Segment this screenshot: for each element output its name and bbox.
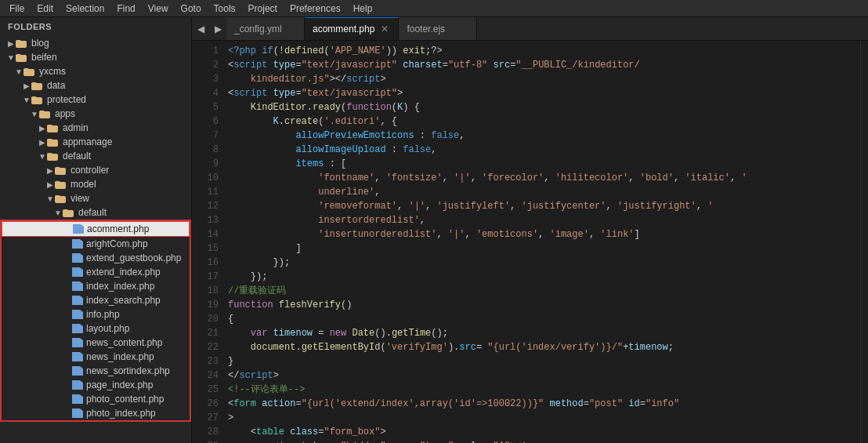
sidebar-item-protected[interactable]: ▼ protected — [0, 93, 191, 107]
sidebar-item-apps[interactable]: ▼ apps — [0, 107, 191, 121]
tab-nav-left[interactable]: ◀ — [192, 17, 209, 40]
menu-edit[interactable]: Edit — [31, 2, 60, 16]
item-label: arightCom.php — [86, 238, 148, 249]
code-editor[interactable]: <?php if(!defined('APP_NAME')) exit;?> <… — [222, 41, 860, 443]
item-label: yxcms — [39, 66, 66, 77]
sidebar-item-acomment[interactable]: ▶ acomment.php — [2, 221, 190, 237]
folder-icon — [55, 194, 67, 203]
item-label: info.php — [86, 309, 120, 320]
folder-icon — [63, 208, 75, 217]
sidebar-item-photo-content[interactable]: ▶ photo_content.php — [2, 392, 190, 406]
menu-goto[interactable]: Goto — [175, 2, 208, 16]
item-label: default — [78, 207, 107, 218]
tab-bar: ◀ ▶ _config.yml acomment.php ✕ footer.ej… — [192, 17, 868, 41]
item-label: beifen — [31, 52, 57, 63]
tab-nav-right[interactable]: ▶ — [209, 17, 226, 40]
menu-bar: File Edit Selection Find View Goto Tools… — [0, 0, 868, 17]
menu-view[interactable]: View — [142, 2, 175, 16]
item-label: blog — [31, 38, 49, 49]
scrollbar[interactable] — [860, 41, 868, 443]
sidebar-item-data[interactable]: ▶ data — [0, 78, 191, 93]
folder-icon — [31, 95, 44, 104]
sidebar-item-news-content[interactable]: ▶ news_content.php — [2, 336, 190, 350]
tab-acomment[interactable]: acomment.php ✕ — [305, 17, 399, 40]
folder-icon — [16, 38, 28, 48]
item-label: view — [71, 193, 89, 204]
folder-icon — [47, 123, 60, 133]
item-label: page_index.php — [86, 379, 153, 390]
sidebar-item-view-default[interactable]: ▼ default — [0, 205, 191, 220]
sidebar-item-news-index[interactable]: ▶ news_index.php — [2, 350, 190, 364]
item-label: data — [47, 80, 65, 91]
sidebar-item-default[interactable]: ▼ default — [0, 149, 191, 163]
sidebar-item-info[interactable]: ▶ info.php — [2, 307, 190, 321]
item-label: layout.php — [86, 323, 129, 334]
arrow-icon: ▼ — [6, 53, 16, 62]
item-label: appmanage — [63, 136, 112, 147]
folder-icon — [47, 137, 60, 147]
code-area: 12345 678910 1112131415 1617181920 21222… — [192, 41, 868, 443]
sidebar: FOLDERS ▶ blog ▼ beifen ▼ yxcms ▶ data ▼ — [0, 17, 192, 443]
sidebar-item-view[interactable]: ▼ view — [0, 191, 191, 205]
arrow-icon: ▼ — [22, 96, 31, 104]
item-label: news_index.php — [86, 351, 154, 362]
item-label: news_content.php — [86, 337, 162, 348]
arrow-icon: ▼ — [30, 110, 39, 118]
sidebar-item-yxcms[interactable]: ▼ yxcms — [0, 64, 191, 78]
sidebar-item-beifen[interactable]: ▼ beifen — [0, 50, 191, 64]
item-label: protected — [47, 94, 86, 105]
arrow-icon: ▶ — [22, 82, 31, 90]
item-label: controller — [71, 165, 109, 176]
sidebar-item-photo-index[interactable]: ▶ photo_index.php — [2, 406, 190, 420]
arrow-icon: ▶ — [45, 180, 55, 189]
sidebar-item-index-index[interactable]: ▶ index_index.php — [2, 279, 190, 293]
editor-area: ◀ ▶ _config.yml acomment.php ✕ footer.ej… — [192, 17, 868, 443]
menu-project[interactable]: Project — [242, 2, 284, 16]
arrow-icon: ▼ — [14, 67, 24, 76]
sidebar-item-extend-index[interactable]: ▶ extend_index.php — [2, 265, 190, 279]
tab-acomment-label: acomment.php — [313, 24, 374, 34]
folder-icon — [55, 180, 67, 189]
sidebar-item-admin[interactable]: ▶ admin — [0, 121, 191, 135]
folder-icon — [24, 67, 36, 76]
menu-find[interactable]: Find — [110, 2, 141, 16]
folder-icon — [16, 53, 28, 62]
arrow-icon: ▼ — [38, 152, 47, 161]
item-label: index_index.php — [86, 281, 154, 292]
tab-close-icon[interactable]: ✕ — [379, 24, 390, 34]
sidebar-item-layout[interactable]: ▶ layout.php — [2, 321, 190, 336]
menu-help[interactable]: Help — [347, 2, 379, 16]
sidebar-item-page-index[interactable]: ▶ page_index.php — [2, 378, 190, 392]
item-label: apps — [55, 108, 75, 119]
sidebar-item-index-search[interactable]: ▶ index_search.php — [2, 293, 190, 307]
item-label: extend_guestbook.php — [86, 252, 181, 263]
sidebar-item-controller[interactable]: ▶ controller — [0, 163, 191, 177]
item-label: default — [63, 151, 91, 162]
menu-tools[interactable]: Tools — [208, 2, 242, 16]
item-label: photo_index.php — [86, 408, 156, 419]
sidebar-item-arightcom[interactable]: ▶ arightCom.php — [2, 237, 190, 251]
item-label: photo_content.php — [86, 394, 164, 405]
arrow-icon: ▶ — [45, 166, 55, 175]
sidebar-item-news-sortindex[interactable]: ▶ news_sortindex.php — [2, 364, 190, 378]
arrow-icon: ▶ — [38, 124, 47, 133]
sidebar-item-appmanage[interactable]: ▶ appmanage — [0, 135, 191, 149]
tab-config[interactable]: _config.yml — [226, 17, 305, 40]
sidebar-item-blog[interactable]: ▶ blog — [0, 36, 191, 50]
item-label: admin — [63, 122, 89, 133]
tab-config-label: _config.yml — [234, 24, 282, 34]
item-label: news_sortindex.php — [86, 365, 170, 376]
item-label: extend_index.php — [86, 267, 161, 278]
arrow-icon: ▶ — [38, 138, 47, 147]
sidebar-item-model[interactable]: ▶ model — [0, 177, 191, 191]
menu-preferences[interactable]: Preferences — [284, 2, 347, 16]
menu-file[interactable]: File — [3, 2, 31, 16]
tab-footer[interactable]: footer.ejs — [399, 17, 477, 40]
folder-icon — [47, 151, 60, 161]
sidebar-item-extend-guestbook[interactable]: ▶ extend_guestbook.php — [2, 251, 190, 265]
folder-icon — [31, 81, 44, 90]
tab-footer-label: footer.ejs — [407, 24, 445, 34]
menu-selection[interactable]: Selection — [60, 2, 110, 16]
file-list-box: ▶ acomment.php ▶ arightCom.php ▶ extend_… — [0, 220, 191, 422]
folder-icon — [39, 109, 52, 118]
